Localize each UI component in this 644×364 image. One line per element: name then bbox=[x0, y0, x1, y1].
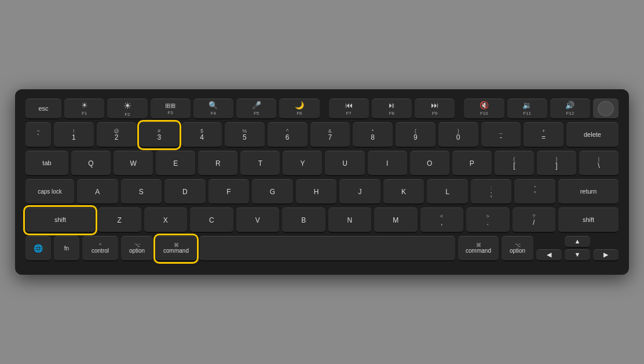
key-f8[interactable]: ⏯ F8 bbox=[372, 99, 412, 119]
key-period[interactable]: > . bbox=[466, 208, 510, 233]
key-f[interactable]: F bbox=[208, 179, 250, 205]
key-equal[interactable]: + = bbox=[524, 122, 564, 148]
key-command-right[interactable]: ⌘ command bbox=[458, 236, 499, 261]
key-arrow-right[interactable]: ▶ bbox=[593, 249, 619, 261]
key-g[interactable]: G bbox=[252, 179, 293, 205]
key-6[interactable]: ^ 6 bbox=[268, 122, 308, 148]
key-v[interactable]: V bbox=[236, 208, 280, 233]
key-r[interactable]: R bbox=[198, 151, 237, 176]
key-b[interactable]: B bbox=[282, 208, 325, 233]
key-delete[interactable]: delete bbox=[566, 122, 619, 148]
key-semicolon[interactable]: : ; bbox=[471, 179, 512, 205]
key-t[interactable]: T bbox=[240, 151, 280, 176]
key-tab[interactable]: tab bbox=[25, 151, 68, 176]
key-option-left[interactable]: ⌥ option bbox=[121, 236, 153, 261]
key-f12[interactable]: 🔊 F12 bbox=[550, 99, 590, 119]
key-shift-left[interactable]: shift bbox=[25, 208, 95, 233]
key-f2[interactable]: ☀ F2 bbox=[107, 99, 147, 119]
key-7[interactable]: & 7 bbox=[310, 122, 350, 148]
key-arrow-down[interactable]: ▼ bbox=[565, 249, 590, 261]
key-n[interactable]: N bbox=[328, 208, 372, 233]
key-5[interactable]: % 5 bbox=[225, 122, 265, 148]
key-option-right[interactable]: ⌥ option bbox=[502, 236, 533, 261]
key-f1[interactable]: ☀ F1 bbox=[64, 99, 104, 119]
key-space[interactable] bbox=[199, 236, 455, 261]
key-backtick[interactable]: ~ ` bbox=[25, 122, 51, 148]
key-command-left[interactable]: ⌘ command bbox=[156, 236, 196, 261]
zxcv-row: shift Z X C V B N M < , > . ? / shift bbox=[25, 208, 619, 233]
key-f5[interactable]: 🎤 F5 bbox=[236, 99, 276, 119]
key-3[interactable]: # 3 bbox=[140, 122, 180, 148]
key-backslash[interactable]: | \ bbox=[579, 151, 619, 176]
key-quote[interactable]: " ' bbox=[514, 179, 555, 205]
key-arrow-up[interactable]: ▲ bbox=[565, 236, 590, 248]
key-rbracket[interactable]: } ] bbox=[537, 151, 576, 176]
key-return[interactable]: return bbox=[558, 179, 619, 205]
key-control[interactable]: ^ control bbox=[82, 236, 118, 261]
key-caps-lock[interactable]: caps lock bbox=[25, 179, 74, 205]
key-2[interactable]: @ 2 bbox=[97, 122, 137, 148]
key-f6[interactable]: 🌙 F6 bbox=[279, 99, 319, 119]
key-m[interactable]: M bbox=[374, 208, 418, 233]
key-touch-id[interactable] bbox=[593, 99, 619, 119]
key-shift-right[interactable]: shift bbox=[558, 208, 619, 233]
key-i[interactable]: I bbox=[368, 151, 407, 176]
qwerty-row: tab Q W E R T Y U I O P { [ } ] | \ bbox=[25, 151, 619, 176]
key-k[interactable]: K bbox=[383, 179, 425, 205]
key-w[interactable]: W bbox=[114, 151, 153, 176]
key-f4[interactable]: 🔍 F4 bbox=[193, 99, 233, 119]
key-8[interactable]: * 8 bbox=[353, 122, 393, 148]
key-f3[interactable]: ⊞⊞ F3 bbox=[151, 99, 191, 119]
key-h[interactable]: H bbox=[296, 179, 337, 205]
bottom-row: 🌐 fn ^ control ⌥ option ⌘ command ⌘ comm… bbox=[25, 236, 619, 261]
key-f10[interactable]: 🔇 F10 bbox=[464, 99, 504, 119]
key-fn[interactable]: fn bbox=[54, 236, 79, 261]
key-y[interactable]: Y bbox=[283, 151, 322, 176]
key-globe[interactable]: 🌐 bbox=[25, 236, 51, 261]
key-z[interactable]: Z bbox=[98, 208, 141, 233]
key-c[interactable]: C bbox=[190, 208, 233, 233]
key-4[interactable]: $ 4 bbox=[182, 122, 222, 148]
key-f9[interactable]: ⏭ F9 bbox=[415, 99, 455, 119]
key-p[interactable]: P bbox=[452, 151, 492, 176]
key-j[interactable]: J bbox=[339, 179, 380, 205]
key-a[interactable]: A bbox=[77, 179, 118, 205]
fn-row: esc ☀ F1 ☀ F2 ⊞⊞ F3 🔍 F4 🎤 F5 🌙 F6 bbox=[25, 99, 619, 119]
asdf-row: caps lock A S D F G H J K L : ; " ' retu… bbox=[25, 179, 619, 205]
key-o[interactable]: O bbox=[410, 151, 449, 176]
key-f7[interactable]: ⏮ F7 bbox=[329, 99, 369, 119]
key-l[interactable]: L bbox=[427, 179, 468, 205]
key-arrow-left[interactable]: ◀ bbox=[536, 249, 562, 261]
key-d[interactable]: D bbox=[164, 179, 206, 205]
key-f11[interactable]: 🔉 F11 bbox=[507, 99, 547, 119]
key-0[interactable]: ) 0 bbox=[438, 122, 478, 148]
key-s[interactable]: S bbox=[121, 179, 162, 205]
key-e[interactable]: E bbox=[156, 151, 195, 176]
key-comma[interactable]: < , bbox=[420, 208, 464, 233]
key-lbracket[interactable]: { [ bbox=[495, 151, 534, 176]
keyboard: esc ☀ F1 ☀ F2 ⊞⊞ F3 🔍 F4 🎤 F5 🌙 F6 bbox=[15, 89, 629, 275]
key-x[interactable]: X bbox=[144, 208, 188, 233]
key-esc[interactable]: esc bbox=[25, 99, 61, 119]
key-1[interactable]: ! 1 bbox=[54, 122, 94, 148]
number-row: ~ ` ! 1 @ 2 # 3 $ 4 % 5 ^ 6 & 7 bbox=[25, 122, 619, 148]
key-u[interactable]: U bbox=[325, 151, 364, 176]
key-slash[interactable]: ? / bbox=[513, 208, 556, 233]
arrow-cluster: ▲ ◀ ▼ ▶ bbox=[536, 236, 619, 261]
key-minus[interactable]: _ - bbox=[481, 122, 521, 148]
key-9[interactable]: ( 9 bbox=[396, 122, 436, 148]
key-q[interactable]: Q bbox=[71, 151, 111, 176]
